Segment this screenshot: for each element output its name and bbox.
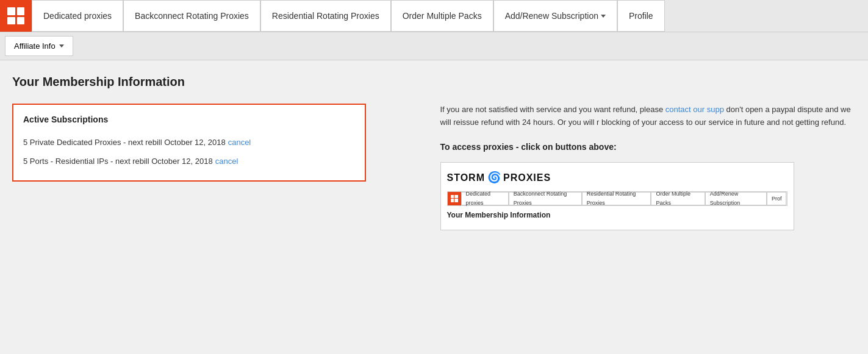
mini-logo-grid	[451, 195, 458, 202]
right-info-section: If you are not satisfied with service an…	[440, 104, 856, 230]
storm-brand-part1: STORM	[447, 170, 485, 186]
cancel-link-1[interactable]: cancel	[228, 138, 251, 147]
logo-cell	[7, 7, 15, 15]
subscriptions-section: Active Subscriptions 5 Private Dedicated…	[12, 104, 428, 230]
mini-tab-residential[interactable]: Residential Rotating Proxies	[582, 192, 651, 205]
logo-cell	[17, 17, 25, 25]
mini-tab-order[interactable]: Order Multiple Packs	[651, 192, 705, 205]
refund-info-text: If you are not satisfied with service an…	[440, 104, 856, 129]
contact-support-link[interactable]: contact our supp	[665, 105, 724, 114]
subscriptions-title: Active Subscriptions	[23, 115, 355, 124]
main-content: Your Membership Information Active Subsc…	[0, 60, 868, 245]
mini-navigation: Dedicated proxies Backconnect Rotating P…	[447, 191, 787, 206]
page-title: Your Membership Information	[12, 75, 856, 89]
logo-cell	[17, 7, 25, 15]
storm-brand-part2: PROXIES	[503, 170, 551, 186]
add-renew-label: Add/Renew Subscription	[505, 11, 598, 21]
tab-dedicated-proxies[interactable]: Dedicated proxies	[32, 0, 123, 32]
mini-logo-cell	[451, 195, 454, 199]
affiliate-info-label: Affiliate Info	[14, 41, 56, 51]
storm-proxies-preview: STORM 🌀 PROXIES Dedicated proxies	[440, 162, 794, 230]
top-navigation: Dedicated proxies Backconnect Rotating P…	[0, 0, 868, 32]
tab-residential-rotating[interactable]: Residential Rotating Proxies	[260, 0, 391, 32]
storm-logo: STORM 🌀 PROXIES	[447, 169, 787, 186]
mini-logo-cell	[451, 199, 454, 202]
cancel-link-2[interactable]: cancel	[215, 157, 239, 166]
tab-profile[interactable]: Profile	[617, 0, 665, 32]
secondary-navigation: Affiliate Info	[0, 32, 868, 60]
list-item: 5 Ports - Residential IPs - next rebill …	[23, 152, 355, 171]
app-logo[interactable]	[0, 0, 32, 32]
tab-backconnect-rotating[interactable]: Backconnect Rotating Proxies	[123, 0, 260, 32]
access-proxies-label: To access proxies - click on buttons abo…	[440, 140, 856, 154]
mini-tab-backconnect[interactable]: Backconnect Rotating Proxies	[509, 192, 582, 205]
mini-tab-profile[interactable]: Prof	[767, 192, 787, 205]
tab-order-multiple[interactable]: Order Multiple Packs	[391, 0, 493, 32]
mini-tab-dedicated[interactable]: Dedicated proxies	[461, 192, 509, 205]
subscription-text-1: 5 Private Dedicated Proxies - next rebil…	[23, 138, 226, 147]
chevron-down-icon	[601, 15, 606, 18]
affiliate-info-button[interactable]: Affiliate Info	[5, 36, 73, 56]
list-item: 5 Private Dedicated Proxies - next rebil…	[23, 133, 355, 152]
storm-tornado-icon: 🌀	[487, 169, 501, 186]
content-grid: Active Subscriptions 5 Private Dedicated…	[12, 104, 856, 230]
mini-logo-cell	[454, 195, 458, 199]
mini-logo-cell	[454, 199, 458, 202]
logo-cell	[7, 17, 15, 25]
subscription-text-2: 5 Ports - Residential IPs - next rebill …	[23, 157, 213, 166]
mini-membership-title: Your Membership Information	[447, 210, 787, 221]
tab-add-renew[interactable]: Add/Renew Subscription	[493, 0, 617, 32]
mini-logo	[448, 192, 461, 205]
chevron-down-icon	[59, 44, 64, 48]
active-subscriptions-box: Active Subscriptions 5 Private Dedicated…	[12, 104, 366, 182]
logo-grid	[7, 7, 24, 24]
refund-info-part1: If you are not satisfied with service an…	[440, 105, 665, 114]
mini-tab-add-renew[interactable]: Add/Renew Subscription	[705, 192, 767, 205]
